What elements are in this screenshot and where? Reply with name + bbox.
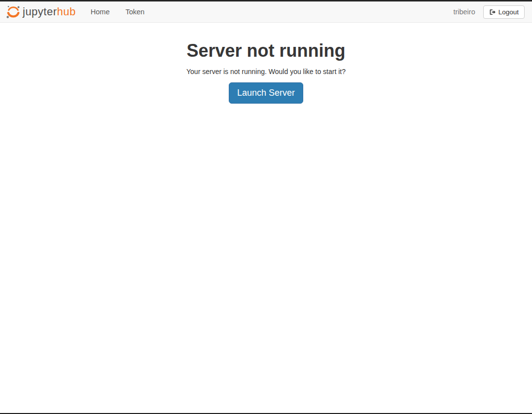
nav-item-token[interactable]: Token <box>117 1 152 22</box>
logout-label: Logout <box>498 8 519 16</box>
jupyter-logo-icon <box>6 4 21 19</box>
nav-links: Home Token <box>83 1 152 22</box>
brand-wordmark: jupyterhub <box>23 5 76 18</box>
jupyterhub-brand[interactable]: jupyterhub <box>6 4 76 19</box>
brand-hub: hub <box>57 5 76 18</box>
username-label: tribeiro <box>453 8 475 16</box>
navbar: jupyterhub Home Token tribeiro Logout <box>0 1 532 23</box>
logout-button[interactable]: Logout <box>483 5 525 19</box>
page-title: Server not running <box>0 41 532 61</box>
navbar-right: tribeiro Logout <box>453 5 525 19</box>
launch-server-button[interactable]: Launch Server <box>229 82 303 104</box>
main-content: Server not running Your server is not ru… <box>0 23 532 104</box>
brand-jupyter: jupyter <box>23 5 57 18</box>
sign-out-icon <box>489 9 496 15</box>
nav-item-home[interactable]: Home <box>83 1 118 22</box>
server-status-message: Your server is not running. Would you li… <box>0 68 532 75</box>
